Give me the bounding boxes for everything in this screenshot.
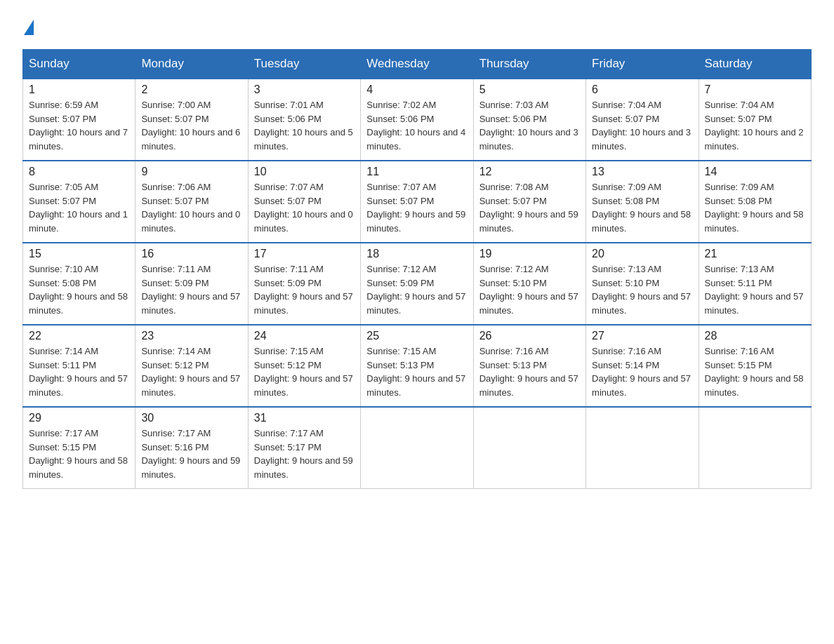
- logo-triangle-icon: [24, 20, 34, 35]
- calendar-table: SundayMondayTuesdayWednesdayThursdayFrid…: [22, 49, 812, 489]
- calendar-cell: 6 Sunrise: 7:04 AM Sunset: 5:07 PM Dayli…: [586, 79, 699, 161]
- day-number: 21: [705, 248, 805, 260]
- day-info: Sunrise: 7:00 AM Sunset: 5:07 PM Dayligh…: [141, 98, 241, 153]
- day-info: Sunrise: 7:17 AM Sunset: 5:17 PM Dayligh…: [254, 427, 355, 481]
- day-info: Sunrise: 7:09 AM Sunset: 5:08 PM Dayligh…: [592, 180, 692, 235]
- day-info: Sunrise: 7:11 AM Sunset: 5:09 PM Dayligh…: [254, 262, 355, 317]
- day-number: 11: [366, 166, 467, 178]
- day-info: Sunrise: 7:14 AM Sunset: 5:11 PM Dayligh…: [29, 344, 129, 399]
- day-number: 8: [29, 166, 129, 178]
- day-info: Sunrise: 7:15 AM Sunset: 5:12 PM Dayligh…: [254, 344, 355, 399]
- day-number: 25: [366, 330, 467, 342]
- day-number: 17: [254, 248, 355, 260]
- calendar-cell: 16 Sunrise: 7:11 AM Sunset: 5:09 PM Dayl…: [135, 243, 248, 325]
- calendar-cell: [699, 407, 811, 489]
- day-info: Sunrise: 7:17 AM Sunset: 5:15 PM Dayligh…: [29, 427, 129, 481]
- calendar-week-row: 22 Sunrise: 7:14 AM Sunset: 5:11 PM Dayl…: [23, 325, 812, 407]
- day-number: 5: [479, 83, 580, 96]
- day-number: 2: [141, 83, 241, 96]
- day-info: Sunrise: 7:12 AM Sunset: 5:09 PM Dayligh…: [366, 262, 467, 317]
- calendar-cell: 9 Sunrise: 7:06 AM Sunset: 5:07 PM Dayli…: [135, 161, 248, 243]
- calendar-cell: 3 Sunrise: 7:01 AM Sunset: 5:06 PM Dayli…: [248, 79, 360, 161]
- calendar-cell: 31 Sunrise: 7:17 AM Sunset: 5:17 PM Dayl…: [248, 407, 360, 489]
- day-info: Sunrise: 7:13 AM Sunset: 5:10 PM Dayligh…: [592, 262, 692, 317]
- day-info: Sunrise: 7:12 AM Sunset: 5:10 PM Dayligh…: [479, 262, 580, 317]
- day-number: 23: [141, 330, 241, 342]
- calendar-cell: 20 Sunrise: 7:13 AM Sunset: 5:10 PM Dayl…: [586, 243, 699, 325]
- calendar-cell: 21 Sunrise: 7:13 AM Sunset: 5:11 PM Dayl…: [699, 243, 811, 325]
- day-info: Sunrise: 7:08 AM Sunset: 5:07 PM Dayligh…: [479, 180, 580, 235]
- calendar-header-row: SundayMondayTuesdayWednesdayThursdayFrid…: [23, 50, 812, 79]
- calendar-cell: 15 Sunrise: 7:10 AM Sunset: 5:08 PM Dayl…: [23, 243, 135, 325]
- day-info: Sunrise: 7:06 AM Sunset: 5:07 PM Dayligh…: [141, 180, 241, 235]
- day-number: 7: [705, 83, 805, 96]
- day-number: 6: [592, 83, 692, 96]
- calendar-cell: 4 Sunrise: 7:02 AM Sunset: 5:06 PM Dayli…: [361, 79, 473, 161]
- day-number: 15: [29, 248, 129, 260]
- calendar-cell: [361, 407, 473, 489]
- calendar-cell: 2 Sunrise: 7:00 AM Sunset: 5:07 PM Dayli…: [135, 79, 248, 161]
- day-info: Sunrise: 7:16 AM Sunset: 5:13 PM Dayligh…: [479, 344, 580, 399]
- calendar-cell: 28 Sunrise: 7:16 AM Sunset: 5:15 PM Dayl…: [699, 325, 811, 407]
- day-info: Sunrise: 7:01 AM Sunset: 5:06 PM Dayligh…: [254, 98, 355, 153]
- day-info: Sunrise: 7:13 AM Sunset: 5:11 PM Dayligh…: [705, 262, 805, 317]
- page-header: [22, 17, 812, 35]
- day-number: 31: [254, 412, 355, 424]
- calendar-cell: 26 Sunrise: 7:16 AM Sunset: 5:13 PM Dayl…: [473, 325, 585, 407]
- day-number: 12: [479, 166, 580, 178]
- day-number: 30: [141, 412, 241, 424]
- calendar-cell: 11 Sunrise: 7:07 AM Sunset: 5:07 PM Dayl…: [361, 161, 473, 243]
- day-number: 1: [29, 83, 129, 96]
- day-header-friday: Friday: [586, 50, 699, 79]
- day-header-tuesday: Tuesday: [248, 50, 360, 79]
- day-number: 3: [254, 83, 355, 96]
- day-info: Sunrise: 7:16 AM Sunset: 5:15 PM Dayligh…: [705, 344, 805, 399]
- calendar-week-row: 1 Sunrise: 6:59 AM Sunset: 5:07 PM Dayli…: [23, 79, 812, 161]
- day-header-thursday: Thursday: [473, 50, 585, 79]
- day-header-sunday: Sunday: [23, 50, 135, 79]
- calendar-cell: 7 Sunrise: 7:04 AM Sunset: 5:07 PM Dayli…: [699, 79, 811, 161]
- day-info: Sunrise: 7:16 AM Sunset: 5:14 PM Dayligh…: [592, 344, 692, 399]
- day-info: Sunrise: 7:09 AM Sunset: 5:08 PM Dayligh…: [705, 180, 805, 235]
- day-info: Sunrise: 7:04 AM Sunset: 5:07 PM Dayligh…: [592, 98, 692, 153]
- calendar-cell: [586, 407, 699, 489]
- day-number: 13: [592, 166, 692, 178]
- day-info: Sunrise: 7:04 AM Sunset: 5:07 PM Dayligh…: [705, 98, 805, 153]
- day-number: 10: [254, 166, 355, 178]
- calendar-cell: 19 Sunrise: 7:12 AM Sunset: 5:10 PM Dayl…: [473, 243, 585, 325]
- calendar-cell: 25 Sunrise: 7:15 AM Sunset: 5:13 PM Dayl…: [361, 325, 473, 407]
- calendar-cell: 13 Sunrise: 7:09 AM Sunset: 5:08 PM Dayl…: [586, 161, 699, 243]
- day-info: Sunrise: 6:59 AM Sunset: 5:07 PM Dayligh…: [29, 98, 129, 153]
- day-info: Sunrise: 7:05 AM Sunset: 5:07 PM Dayligh…: [29, 180, 129, 235]
- day-number: 14: [705, 166, 805, 178]
- day-info: Sunrise: 7:15 AM Sunset: 5:13 PM Dayligh…: [366, 344, 467, 399]
- calendar-cell: 1 Sunrise: 6:59 AM Sunset: 5:07 PM Dayli…: [23, 79, 135, 161]
- day-number: 29: [29, 412, 129, 424]
- day-info: Sunrise: 7:02 AM Sunset: 5:06 PM Dayligh…: [366, 98, 467, 153]
- calendar-cell: 22 Sunrise: 7:14 AM Sunset: 5:11 PM Dayl…: [23, 325, 135, 407]
- day-header-monday: Monday: [135, 50, 248, 79]
- day-info: Sunrise: 7:07 AM Sunset: 5:07 PM Dayligh…: [366, 180, 467, 235]
- day-number: 28: [705, 330, 805, 342]
- day-number: 16: [141, 248, 241, 260]
- day-header-saturday: Saturday: [699, 50, 811, 79]
- day-number: 22: [29, 330, 129, 342]
- calendar-cell: 14 Sunrise: 7:09 AM Sunset: 5:08 PM Dayl…: [699, 161, 811, 243]
- day-number: 20: [592, 248, 692, 260]
- calendar-cell: 30 Sunrise: 7:17 AM Sunset: 5:16 PM Dayl…: [135, 407, 248, 489]
- day-header-wednesday: Wednesday: [361, 50, 473, 79]
- calendar-cell: [473, 407, 585, 489]
- day-number: 19: [479, 248, 580, 260]
- day-info: Sunrise: 7:14 AM Sunset: 5:12 PM Dayligh…: [141, 344, 241, 399]
- calendar-cell: 24 Sunrise: 7:15 AM Sunset: 5:12 PM Dayl…: [248, 325, 360, 407]
- calendar-cell: 23 Sunrise: 7:14 AM Sunset: 5:12 PM Dayl…: [135, 325, 248, 407]
- calendar-cell: 12 Sunrise: 7:08 AM Sunset: 5:07 PM Dayl…: [473, 161, 585, 243]
- calendar-cell: 10 Sunrise: 7:07 AM Sunset: 5:07 PM Dayl…: [248, 161, 360, 243]
- calendar-cell: 8 Sunrise: 7:05 AM Sunset: 5:07 PM Dayli…: [23, 161, 135, 243]
- day-number: 4: [366, 83, 467, 96]
- day-number: 9: [141, 166, 241, 178]
- day-info: Sunrise: 7:07 AM Sunset: 5:07 PM Dayligh…: [254, 180, 355, 235]
- logo: [22, 17, 34, 35]
- calendar-week-row: 15 Sunrise: 7:10 AM Sunset: 5:08 PM Dayl…: [23, 243, 812, 325]
- day-info: Sunrise: 7:17 AM Sunset: 5:16 PM Dayligh…: [141, 427, 241, 481]
